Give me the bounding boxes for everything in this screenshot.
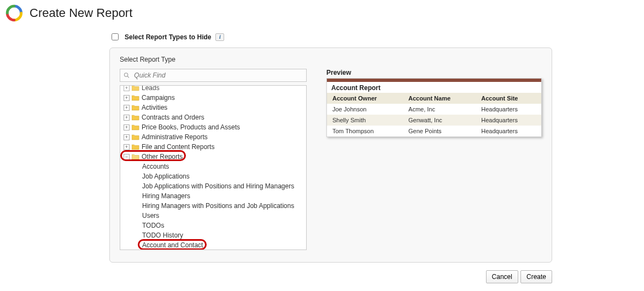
tree-leaf[interactable]: Account and Contact <box>122 240 306 250</box>
footer-buttons: Cancel Create <box>109 270 552 283</box>
table-row: Joe JohnsonAcme, IncHeadquarters <box>327 104 541 115</box>
preview-column-header: Account Owner <box>327 93 403 104</box>
table-cell: Acme, Inc <box>403 104 476 115</box>
table-cell: Tom Thompson <box>327 126 403 136</box>
tree-folder-label: Other Reports <box>142 153 183 161</box>
tree-leaf[interactable]: Accounts <box>122 162 306 171</box>
folder-icon <box>132 124 139 130</box>
preview-column-header: Account Name <box>403 93 476 104</box>
folder-icon <box>132 86 139 91</box>
folder-icon <box>132 154 139 160</box>
tree-folder-label: Administrative Reports <box>142 133 208 141</box>
tree-box: + Leads+ Campaigns+ Activities+ Contract… <box>120 85 307 250</box>
table-cell: Gene Points <box>403 126 476 136</box>
tree-folder-label: File and Content Reports <box>142 143 214 151</box>
collapse-icon[interactable]: − <box>124 154 130 160</box>
page-title: Create New Report <box>30 6 132 20</box>
svg-point-1 <box>124 73 127 76</box>
table-cell: Shelly Smith <box>327 115 403 126</box>
preview-card: Account Report Account OwnerAccount Name… <box>326 78 542 137</box>
tree-leaf[interactable]: TODOs <box>122 221 306 230</box>
expand-icon[interactable]: + <box>124 105 130 111</box>
tree-leaf[interactable]: Job Applications with Positions and Hiri… <box>122 181 306 191</box>
tree-folder[interactable]: + Campaigns <box>122 93 306 103</box>
tree-folder[interactable]: + Administrative Reports <box>122 132 306 142</box>
tree-scroll[interactable]: + Leads+ Campaigns+ Activities+ Contract… <box>120 86 306 250</box>
expand-icon[interactable]: + <box>124 95 130 101</box>
report-type-panel: Select Report Type + Leads+ Campaigns+ A… <box>109 47 552 263</box>
tree-folder[interactable]: + Leads <box>122 86 306 93</box>
tree-folder-label: Leads <box>142 86 160 92</box>
create-button[interactable]: Create <box>520 270 552 283</box>
table-cell: Genwatt, Inc <box>403 115 476 126</box>
tree-leaf[interactable]: Users <box>122 211 306 221</box>
quickfind-wrapper[interactable] <box>120 69 307 82</box>
tree-column: + Leads+ Campaigns+ Activities+ Contract… <box>120 69 307 250</box>
tree-leaf[interactable]: Hiring Managers <box>122 191 306 201</box>
preview-column: Preview Account Report Account OwnerAcco… <box>326 69 542 137</box>
app-logo-icon <box>5 4 23 22</box>
tree-folder-label: Activities <box>142 104 167 111</box>
tree-folder-label: Contracts and Orders <box>142 114 204 121</box>
preview-column-header: Account Site <box>476 93 541 104</box>
hide-report-types-checkbox[interactable] <box>112 33 119 40</box>
tree-leaf[interactable]: Hiring Managers with Positions and Job A… <box>122 201 306 211</box>
folder-icon <box>132 95 139 101</box>
table-cell: Joe Johnson <box>327 104 403 115</box>
tree-folder[interactable]: − Other Reports <box>122 152 306 162</box>
tree-leaf[interactable]: TODO History <box>122 230 306 240</box>
tree-leaf[interactable]: Job Applications <box>122 171 306 181</box>
hide-report-types-label: Select Report Types to Hide <box>125 33 211 41</box>
folder-icon <box>132 134 139 140</box>
expand-icon[interactable]: + <box>124 86 130 91</box>
search-icon <box>124 72 130 79</box>
folder-icon <box>132 115 139 121</box>
svg-line-2 <box>127 76 129 78</box>
expand-icon[interactable]: + <box>124 115 130 121</box>
table-cell: Headquarters <box>476 104 541 115</box>
quickfind-input[interactable] <box>133 71 303 80</box>
folder-icon <box>132 105 139 111</box>
page-header: Create New Report <box>5 4 639 22</box>
expand-icon[interactable]: + <box>124 124 130 130</box>
preview-table: Account OwnerAccount NameAccount Site Jo… <box>327 93 541 136</box>
preview-report-title: Account Report <box>327 82 541 93</box>
expand-icon[interactable]: + <box>124 144 130 150</box>
cancel-button[interactable]: Cancel <box>486 270 518 283</box>
info-icon[interactable]: i <box>215 33 224 41</box>
tree-folder[interactable]: + Contracts and Orders <box>122 112 306 122</box>
folder-icon <box>132 144 139 150</box>
tree-folder-label: Price Books, Products and Assets <box>142 123 240 131</box>
panel-title: Select Report Type <box>120 56 542 63</box>
expand-icon[interactable]: + <box>124 134 130 140</box>
table-cell: Headquarters <box>476 115 541 126</box>
hide-report-types-row: Select Report Types to Hide i <box>109 32 552 42</box>
tree-folder-label: Campaigns <box>142 94 175 102</box>
table-row: Shelly SmithGenwatt, IncHeadquarters <box>327 115 541 126</box>
preview-heading: Preview <box>326 69 542 76</box>
tree-folder[interactable]: + Price Books, Products and Assets <box>122 122 306 132</box>
table-row: Tom ThompsonGene PointsHeadquarters <box>327 126 541 136</box>
tree-folder[interactable]: + Activities <box>122 103 306 112</box>
table-cell: Headquarters <box>476 126 541 136</box>
tree-folder[interactable]: + File and Content Reports <box>122 142 306 152</box>
